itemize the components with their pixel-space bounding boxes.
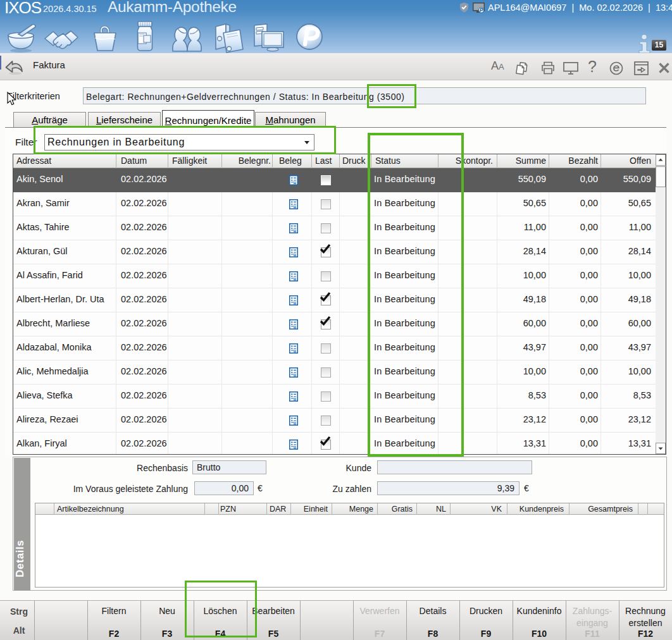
- svg-text:P: P: [480, 7, 483, 13]
